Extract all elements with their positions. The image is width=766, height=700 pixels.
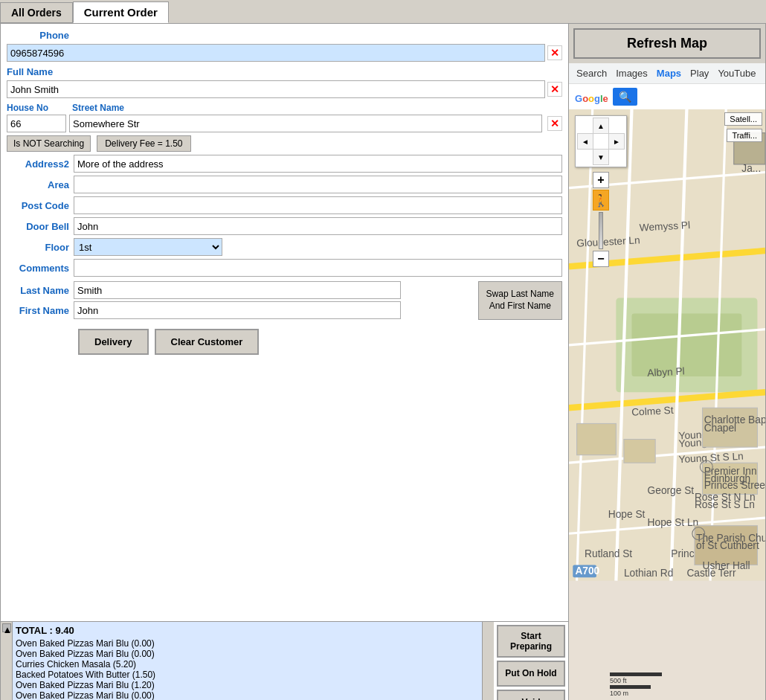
- google-nav: Search Images Maps Play YouTube: [569, 63, 765, 84]
- order-list: TOTAL : 9.40 Oven Baked Pizzas Mari Blu …: [13, 622, 482, 700]
- start-preparing-button[interactable]: StartPreparing: [497, 625, 565, 658]
- refresh-map-button[interactable]: Refresh Map: [573, 28, 761, 59]
- svg-text:Princes Street: Princes Street: [704, 480, 765, 491]
- floor-select[interactable]: 1st 2nd 3rd Ground Other: [74, 238, 222, 256]
- google-branding: Google 🔍: [569, 84, 765, 109]
- pan-left-button[interactable]: ◄: [577, 133, 593, 150]
- tab-current-order[interactable]: Current Order: [73, 1, 169, 23]
- tab-all-orders[interactable]: All Orders: [0, 2, 73, 23]
- street-input[interactable]: [69, 115, 542, 132]
- svg-text:Lothian Rd: Lothian Rd: [624, 568, 673, 579]
- house-no-label: House No: [7, 103, 66, 113]
- phone-input[interactable]: [7, 44, 545, 62]
- area-input[interactable]: [74, 176, 562, 193]
- svg-text:of St Cuthbert: of St Cuthbert: [696, 540, 759, 551]
- fullname-label: Full Name: [7, 66, 53, 77]
- svg-text:Ja...: Ja...: [741, 163, 761, 174]
- delivery-button[interactable]: Delivery: [78, 329, 149, 355]
- floor-label: Floor: [7, 242, 74, 253]
- scale-bar: 500 ft 100 m: [610, 672, 662, 697]
- map-controls: ▲ ▼ ◄ ► + 🚶 −: [575, 115, 627, 267]
- svg-text:Hope St: Hope St: [608, 509, 646, 520]
- street-name-label: Street Name: [72, 103, 124, 113]
- satellite-button[interactable]: Satell...: [724, 112, 762, 126]
- svg-text:George St: George St: [648, 485, 695, 496]
- fullname-input[interactable]: [7, 80, 545, 98]
- swap-name-button[interactable]: Swap Last NameAnd First Name: [478, 281, 562, 320]
- order-total: TOTAL : 9.40: [16, 625, 479, 636]
- traffic-button[interactable]: Traffi...: [727, 129, 762, 142]
- comments-input[interactable]: [74, 259, 562, 277]
- clear-fullname-button[interactable]: ✕: [547, 82, 562, 97]
- void-button[interactable]: Void: [497, 690, 565, 701]
- google-search-button[interactable]: 🔍: [613, 88, 637, 106]
- firstname-input[interactable]: [74, 301, 401, 319]
- address2-label: Address2: [7, 158, 74, 170]
- svg-text:Colme St: Colme St: [631, 405, 674, 418]
- comments-label: Comments: [7, 263, 74, 274]
- svg-text:Albyn Pl: Albyn Pl: [647, 365, 685, 379]
- address2-input[interactable]: [74, 155, 562, 173]
- svg-text:A700: A700: [575, 565, 599, 577]
- doorbell-label: Door Bell: [7, 221, 74, 232]
- lastname-input[interactable]: [74, 281, 401, 299]
- svg-text:Chapel: Chapel: [704, 423, 736, 434]
- nav-play[interactable]: Play: [687, 66, 712, 80]
- postcode-label: Post Code: [7, 200, 74, 211]
- area-label: Area: [7, 179, 74, 190]
- nav-images[interactable]: Images: [613, 66, 651, 80]
- zoom-scale[interactable]: [599, 212, 603, 249]
- svg-rect-25: [577, 423, 617, 455]
- lastname-label: Last Name: [7, 285, 74, 296]
- zoom-in-button[interactable]: +: [593, 172, 609, 188]
- scroll-up-arrow[interactable]: ▲: [2, 623, 11, 632]
- phone-label: Phone: [7, 30, 74, 41]
- house-no-input[interactable]: [7, 115, 66, 132]
- order-item-2[interactable]: Oven Baked Pizzas Mari Blu (0.00): [16, 649, 479, 659]
- order-item-1[interactable]: Oven Baked Pizzas Mari Blu (0.00): [16, 638, 479, 649]
- nav-youtube[interactable]: YouTube: [715, 66, 759, 80]
- delivery-fee-button[interactable]: Delivery Fee = 1.50: [97, 135, 190, 152]
- search-status-button[interactable]: Is NOT Searching: [7, 135, 91, 152]
- doorbell-input[interactable]: [74, 217, 562, 235]
- firstname-label: First Name: [7, 305, 74, 316]
- pegman[interactable]: 🚶: [593, 190, 609, 211]
- put-on-hold-button[interactable]: Put On Hold: [497, 661, 565, 687]
- clear-customer-button[interactable]: Clear Customer: [155, 329, 260, 355]
- order-item-6[interactable]: Oven Baked Pizzas Mari Blu (0.00): [16, 690, 479, 700]
- svg-text:Usher Hall: Usher Hall: [703, 560, 750, 571]
- clear-address-button[interactable]: ✕: [547, 116, 562, 131]
- nav-maps[interactable]: Maps: [654, 66, 684, 80]
- order-item-3[interactable]: Curries Chicken Masala (5.20): [16, 659, 479, 670]
- map-container[interactable]: Gloucester Ln Wemyss Pl Albyn Pl Young S…: [569, 109, 765, 700]
- pan-right-button[interactable]: ►: [608, 133, 625, 150]
- clear-phone-button[interactable]: ✕: [547, 45, 562, 60]
- pan-down-button[interactable]: ▼: [593, 149, 609, 165]
- zoom-out-button[interactable]: −: [593, 251, 609, 267]
- svg-text:Hope St Ln: Hope St Ln: [648, 517, 699, 528]
- postcode-input[interactable]: [74, 196, 562, 214]
- order-item-4[interactable]: Backed Potatoes With Butter (1.50): [16, 670, 479, 680]
- svg-rect-26: [624, 440, 655, 463]
- svg-text:Rose St S Ln: Rose St S Ln: [695, 499, 755, 510]
- pan-up-button[interactable]: ▲: [593, 118, 609, 134]
- nav-search[interactable]: Search: [573, 66, 610, 80]
- order-item-5[interactable]: Oven Baked Pizzas Mari Blu (1.20): [16, 680, 479, 690]
- search-icon: 🔍: [619, 91, 631, 103]
- google-logo: Google: [575, 87, 608, 106]
- svg-text:Rutland St: Rutland St: [585, 548, 632, 559]
